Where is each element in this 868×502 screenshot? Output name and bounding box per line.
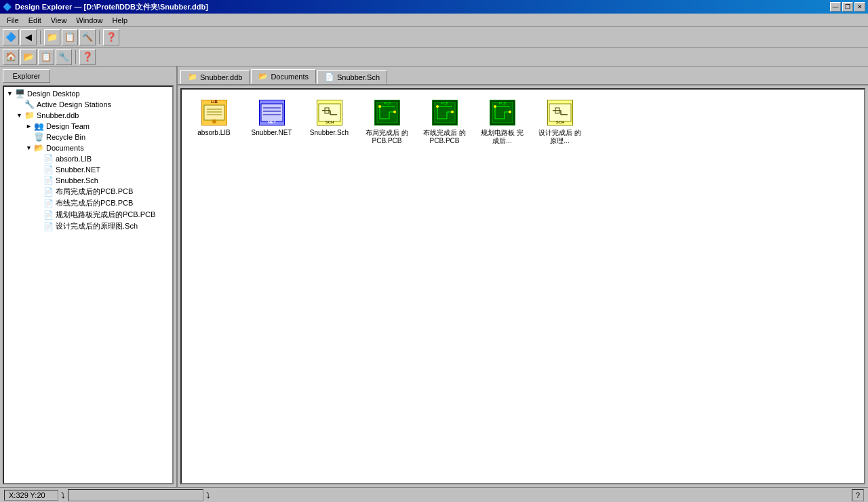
minimize-button[interactable]: — <box>830 2 841 12</box>
tree-item-8[interactable]: 📄Snubber.Sch <box>5 175 171 186</box>
toolbar2: 🏠 📂 📋 🔧 ❓ <box>0 47 868 66</box>
tree-icon-8: 📄 <box>43 176 54 185</box>
tree-label-5: Documents <box>46 144 84 152</box>
tree-item-11[interactable]: 📄规划电路板完成后的PCB.PCB <box>5 209 171 220</box>
menu-help[interactable]: Help <box>108 15 132 26</box>
tree-item-10[interactable]: 📄布线完成后的PCB.PCB <box>5 197 171 209</box>
tab-1[interactable]: 📂Documents <box>251 69 316 84</box>
tab-label-0: Snubber.ddb <box>200 73 242 81</box>
status-help[interactable]: ? <box>852 489 864 501</box>
tree-label-6: absorb.LIB <box>56 155 92 163</box>
tab-2[interactable]: 📄Snubber.Sch <box>317 70 387 84</box>
file-icon-4[interactable]: PCB 布线完成后 的PCB.PCB <box>419 96 470 148</box>
file-icon-img-6: SCH <box>547 99 574 126</box>
explorer-tab[interactable]: Explorer <box>3 69 50 83</box>
svg-point-28 <box>393 111 396 113</box>
menu-file[interactable]: File <box>3 15 23 26</box>
svg-point-5 <box>212 119 216 123</box>
tree-item-3[interactable]: ►👥Design Team <box>5 121 171 132</box>
file-icon-3[interactable]: PCB 布局完成后 的PCB.PCB <box>361 96 412 148</box>
tree-item-4[interactable]: 🗑️Recycle Bin <box>5 132 171 142</box>
toolbar-help[interactable]: ❓ <box>103 29 119 45</box>
file-icon-5[interactable]: PCB 规划电路板 完成后... <box>477 96 528 148</box>
toolbar2-help[interactable]: ❓ <box>79 49 96 65</box>
toolbar2-btn1[interactable]: 🏠 <box>3 49 19 65</box>
svg-text:SCH: SCH <box>555 120 564 124</box>
svg-point-48 <box>509 111 511 113</box>
tree-item-9[interactable]: 📄布局完成后的PCB.PCB <box>5 186 171 197</box>
menu-window[interactable]: Window <box>72 15 106 26</box>
expand-icon-2: ▼ <box>16 112 23 119</box>
svg-text:NET: NET <box>268 120 276 124</box>
title-bar: 🔷 Design Explorer — [D:\Protel\DDB文件夹\Sn… <box>0 0 868 14</box>
svg-point-38 <box>451 111 454 113</box>
tab-label-1: Documents <box>271 73 309 81</box>
toolbar2-btn4[interactable]: 🔧 <box>56 49 72 65</box>
svg-rect-51 <box>549 104 571 121</box>
app-icon: 🔷 <box>3 3 12 12</box>
status-arrow2: ⤵ <box>206 491 210 499</box>
toolbar-copy[interactable]: 📋 <box>62 29 78 45</box>
file-icon-img-5: PCB <box>489 99 516 126</box>
tab-0[interactable]: 📁Snubber.ddb <box>180 70 250 84</box>
toolbar-btn-1[interactable]: 🔷 <box>3 29 19 45</box>
toolbar-sep-2 <box>99 31 100 44</box>
menu-edit[interactable]: Edit <box>24 15 45 26</box>
file-icon-img-0: LIB <box>201 99 228 126</box>
tree-icon-10: 📄 <box>43 199 54 208</box>
title-bar-controls: — ❐ ✕ <box>830 2 865 12</box>
toolbar-tool[interactable]: 🔨 <box>79 29 96 45</box>
toolbar2-btn2[interactable]: 📂 <box>20 49 37 65</box>
tree-icon-7: 📄 <box>43 165 54 174</box>
file-icon-2[interactable]: SCH Snubber.Sch <box>304 96 355 148</box>
toolbar-back[interactable]: ◀ <box>20 29 37 45</box>
tree-area[interactable]: ▼🖥️Design Desktop 🔧Active Design Station… <box>3 85 174 484</box>
file-icon-6[interactable]: SCH 设计完成后 的原理... <box>534 96 585 148</box>
tree-icon-12: 📄 <box>43 222 54 231</box>
file-icon-img-2: SCH <box>316 99 343 126</box>
tree-item-1[interactable]: 🔧Active Design Stations <box>5 99 171 110</box>
expand-icon-5: ▼ <box>26 144 33 151</box>
tree-item-0[interactable]: ▼🖥️Design Desktop <box>5 88 171 99</box>
tree-item-7[interactable]: 📄Snubber.NET <box>5 164 171 175</box>
tab-label-2: Snubber.Sch <box>337 73 380 81</box>
window-title: Design Explorer — [D:\Protel\DDB文件夹\Snub… <box>15 2 208 12</box>
svg-point-37 <box>436 105 439 108</box>
menu-view[interactable]: View <box>47 15 71 26</box>
tree-icon-0: 🖥️ <box>15 89 25 98</box>
file-icon-label-2: Snubber.Sch <box>310 129 349 137</box>
icons-grid: LIB absorb.LIB NET Snubber.NET SCH Snubb… <box>189 96 857 148</box>
status-bar: X:329 Y:20 ⤵ ⤵ ? <box>0 487 868 502</box>
file-icon-label-6: 设计完成后 的原理... <box>537 129 583 145</box>
content-area: LIB absorb.LIB NET Snubber.NET SCH Snubb… <box>180 88 865 484</box>
tree-label-10: 布线完成后的PCB.PCB <box>56 198 133 208</box>
left-panel: Explorer ▼🖥️Design Desktop 🔧Active Desig… <box>0 66 178 487</box>
tree-label-7: Snubber.NET <box>56 166 100 174</box>
expand-icon-0: ▼ <box>7 90 14 97</box>
tree-item-5[interactable]: ▼📂Documents <box>5 142 171 153</box>
toolbar2-btn3[interactable]: 📋 <box>38 49 54 65</box>
tree-icon-2: 📁 <box>24 111 35 120</box>
status-coords: X:329 Y:20 <box>4 490 58 501</box>
tree-label-9: 布局完成后的PCB.PCB <box>56 187 133 197</box>
tree-label-12: 设计完成后的原理图.Sch <box>56 221 138 231</box>
svg-text:PCB: PCB <box>441 101 448 105</box>
file-icon-0[interactable]: LIB absorb.LIB <box>189 96 239 148</box>
svg-text:SCH: SCH <box>325 120 334 124</box>
file-icon-1[interactable]: NET Snubber.NET <box>246 96 297 148</box>
tree-item-2[interactable]: ▼📁Snubber.ddb <box>5 110 171 121</box>
tab-icon-2: 📄 <box>325 73 334 81</box>
tab-icon-1: 📂 <box>258 72 268 81</box>
toolbar-open[interactable]: 📁 <box>44 29 60 45</box>
svg-rect-14 <box>319 104 340 121</box>
tabs-bar: 📁Snubber.ddb📂Documents📄Snubber.Sch <box>178 66 868 85</box>
title-bar-left: 🔷 Design Explorer — [D:\Protel\DDB文件夹\Sn… <box>3 2 208 12</box>
close-button[interactable]: ✕ <box>854 2 865 12</box>
tree-label-4: Recycle Bin <box>46 133 85 141</box>
tree-item-6[interactable]: 📄absorb.LIB <box>5 153 171 164</box>
tree-label-0: Design Desktop <box>27 90 80 98</box>
restore-button[interactable]: ❐ <box>842 2 853 12</box>
tree-icon-6: 📄 <box>43 154 54 163</box>
svg-rect-8 <box>261 104 283 121</box>
tree-item-12[interactable]: 📄设计完成后的原理图.Sch <box>5 220 171 232</box>
